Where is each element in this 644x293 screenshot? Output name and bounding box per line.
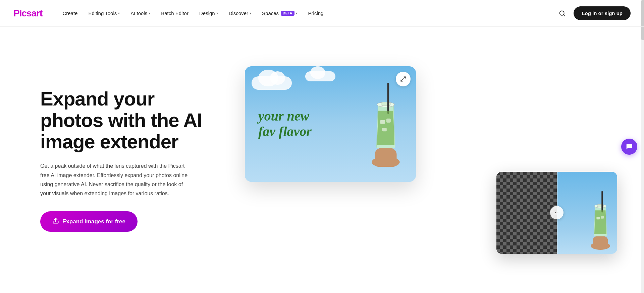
svg-rect-4 (375, 148, 397, 165)
nav-create[interactable]: Create (58, 8, 82, 19)
svg-line-1 (564, 14, 565, 16)
transparent-side (496, 172, 557, 254)
flavor-text-line1: your new (258, 108, 312, 124)
compare-inner: ← (496, 172, 617, 254)
hero-section: Expand your photos with the AI image ext… (0, 27, 644, 293)
discover-chevron-icon: ▾ (250, 11, 251, 15)
nav-ai-tools-label: AI tools (130, 10, 147, 16)
svg-rect-9 (386, 119, 391, 123)
upload-icon (52, 217, 59, 226)
hero-images: your new fav flavor (235, 66, 617, 254)
scrollbar[interactable] (641, 0, 644, 293)
flavor-text-overlay: your new fav flavor (258, 108, 312, 139)
login-button[interactable]: Log in or sign up (574, 6, 631, 20)
nav-editing-tools[interactable]: Editing Tools ▾ (84, 8, 124, 19)
spaces-chevron-icon: ▾ (296, 11, 298, 15)
expand-image-button[interactable] (396, 72, 411, 86)
compare-image-card: ← (496, 172, 617, 254)
nav-right: Log in or sign up (556, 6, 631, 20)
nav-batch-editor[interactable]: Batch Editor (157, 8, 193, 19)
svg-rect-12 (593, 236, 608, 248)
main-image-card: your new fav flavor (245, 66, 416, 182)
nav-editing-tools-label: Editing Tools (88, 10, 117, 16)
flavor-text-line2: fav flavor (258, 124, 312, 139)
svg-rect-10 (382, 128, 387, 131)
nav-design[interactable]: Design ▾ (195, 8, 222, 19)
nav-pricing-label: Pricing (308, 10, 324, 16)
nav-design-label: Design (199, 10, 215, 16)
nav-discover[interactable]: Discover ▾ (225, 8, 255, 19)
hero-text-block: Expand your photos with the AI image ext… (40, 88, 215, 232)
nav-spaces-label: Spaces (262, 10, 279, 16)
spaces-beta-badge: BETA (281, 11, 294, 16)
navbar: Picsart Create Editing Tools ▾ AI tools … (0, 0, 644, 27)
editing-tools-chevron-icon: ▾ (118, 11, 120, 15)
chat-float-button[interactable] (621, 139, 637, 155)
nav-links: Create Editing Tools ▾ AI tools ▾ Batch … (58, 8, 556, 19)
search-button[interactable] (556, 7, 568, 19)
nav-spaces[interactable]: Spaces BETA ▾ (258, 8, 302, 19)
drink-image (362, 80, 409, 168)
svg-rect-15 (601, 191, 603, 212)
svg-rect-16 (596, 217, 600, 219)
cloud-decoration-1 (252, 76, 292, 90)
design-chevron-icon: ▾ (216, 11, 218, 15)
search-icon (559, 10, 566, 17)
expand-cta-button[interactable]: Expand images for free (40, 211, 138, 232)
svg-rect-7 (387, 83, 389, 114)
hero-description: Get a peak outside of what the lens capt… (40, 161, 195, 198)
compare-arrow: ← (550, 206, 564, 219)
svg-rect-17 (601, 216, 604, 218)
cloud-decoration-2 (305, 71, 335, 81)
expanded-side (557, 172, 617, 254)
cta-label: Expand images for free (62, 218, 125, 225)
logo[interactable]: Picsart (13, 8, 42, 19)
chat-icon (626, 143, 633, 150)
nav-ai-tools[interactable]: AI tools ▾ (126, 8, 154, 19)
nav-batch-editor-label: Batch Editor (161, 10, 189, 16)
compare-drink-image (585, 186, 615, 254)
ai-tools-chevron-icon: ▾ (149, 11, 150, 15)
nav-discover-label: Discover (229, 10, 248, 16)
nav-create-label: Create (62, 10, 77, 16)
hero-title: Expand your photos with the AI image ext… (40, 88, 215, 152)
svg-rect-8 (380, 120, 385, 124)
nav-pricing[interactable]: Pricing (304, 8, 328, 19)
